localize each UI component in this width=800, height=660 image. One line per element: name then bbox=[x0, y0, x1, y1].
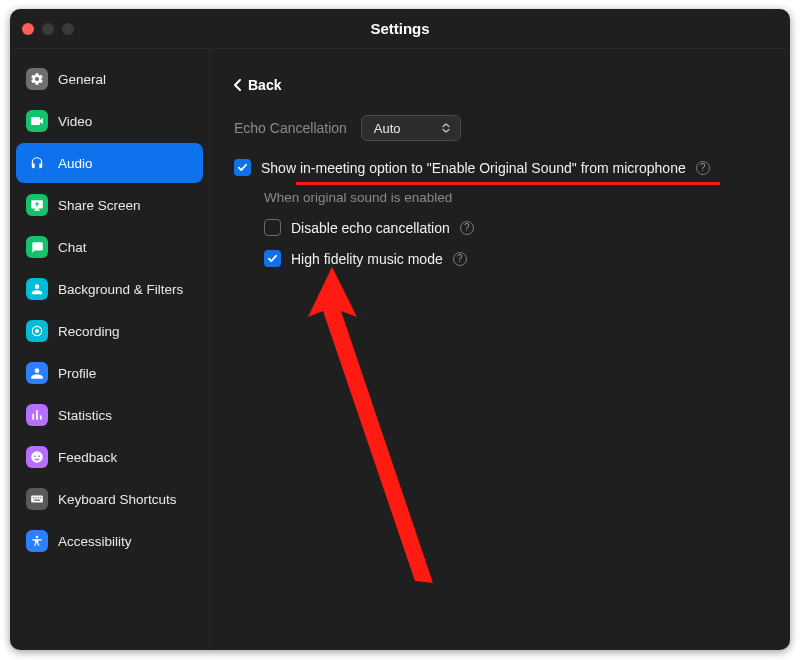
sidebar-item-label: Video bbox=[58, 114, 92, 129]
show-original-sound-label: Show in-meeting option to "Enable Origin… bbox=[261, 160, 686, 176]
minimize-window-button[interactable] bbox=[42, 23, 54, 35]
disable-echo-label: Disable echo cancellation bbox=[291, 220, 450, 236]
sidebar-item-accessibility[interactable]: Accessibility bbox=[16, 521, 203, 561]
window-controls bbox=[22, 23, 74, 35]
window-title: Settings bbox=[370, 20, 429, 37]
sidebar-item-label: Background & Filters bbox=[58, 282, 183, 297]
echo-cancellation-value: Auto bbox=[374, 121, 401, 136]
original-sound-subhead: When original sound is enabled bbox=[264, 190, 766, 205]
titlebar: Settings bbox=[10, 9, 790, 49]
help-icon[interactable]: ? bbox=[460, 221, 474, 235]
hifi-music-checkbox[interactable] bbox=[264, 250, 281, 267]
sidebar-item-statistics[interactable]: Statistics bbox=[16, 395, 203, 435]
sidebar-item-label: Profile bbox=[58, 366, 96, 381]
svg-rect-6 bbox=[40, 497, 41, 498]
svg-rect-7 bbox=[34, 500, 40, 501]
svg-point-8 bbox=[36, 536, 39, 539]
profile-icon bbox=[26, 362, 48, 384]
sidebar: GeneralVideoAudioShare ScreenChatBackgro… bbox=[10, 49, 210, 650]
disable-echo-row: Disable echo cancellation ? bbox=[264, 219, 766, 236]
sidebar-item-keyboard-shortcuts[interactable]: Keyboard Shortcuts bbox=[16, 479, 203, 519]
echo-cancellation-row: Echo Cancellation Auto bbox=[234, 115, 766, 141]
sidebar-item-label: Chat bbox=[58, 240, 87, 255]
disable-echo-checkbox[interactable] bbox=[264, 219, 281, 236]
headphones-icon bbox=[26, 152, 48, 174]
chevron-updown-icon bbox=[440, 122, 452, 134]
settings-window: Settings GeneralVideoAudioShare ScreenCh… bbox=[10, 9, 790, 650]
sidebar-item-feedback[interactable]: Feedback bbox=[16, 437, 203, 477]
help-icon[interactable]: ? bbox=[696, 161, 710, 175]
hifi-music-label: High fidelity music mode bbox=[291, 251, 443, 267]
keyboard-icon bbox=[26, 488, 48, 510]
chat-icon bbox=[26, 236, 48, 258]
close-window-button[interactable] bbox=[22, 23, 34, 35]
maximize-window-button[interactable] bbox=[62, 23, 74, 35]
sidebar-item-audio[interactable]: Audio bbox=[16, 143, 203, 183]
sidebar-item-share-screen[interactable]: Share Screen bbox=[16, 185, 203, 225]
sidebar-item-label: Feedback bbox=[58, 450, 117, 465]
background-icon bbox=[26, 278, 48, 300]
echo-cancellation-select[interactable]: Auto bbox=[361, 115, 461, 141]
check-icon bbox=[237, 162, 248, 173]
recording-icon bbox=[26, 320, 48, 342]
show-original-sound-row: Show in-meeting option to "Enable Origin… bbox=[234, 159, 766, 176]
svg-rect-4 bbox=[35, 497, 36, 498]
sidebar-item-label: Accessibility bbox=[58, 534, 132, 549]
video-icon bbox=[26, 110, 48, 132]
statistics-icon bbox=[26, 404, 48, 426]
share-screen-icon bbox=[26, 194, 48, 216]
sidebar-item-label: Recording bbox=[58, 324, 120, 339]
hifi-music-row: High fidelity music mode ? bbox=[264, 250, 766, 267]
sidebar-item-profile[interactable]: Profile bbox=[16, 353, 203, 393]
main-panel: Back Echo Cancellation Auto Show in-meet… bbox=[210, 49, 790, 650]
sidebar-item-label: Statistics bbox=[58, 408, 112, 423]
sidebar-item-label: Share Screen bbox=[58, 198, 141, 213]
sidebar-item-video[interactable]: Video bbox=[16, 101, 203, 141]
back-label: Back bbox=[248, 77, 281, 93]
echo-cancellation-label: Echo Cancellation bbox=[234, 120, 347, 136]
sidebar-item-label: Keyboard Shortcuts bbox=[58, 492, 177, 507]
sidebar-item-background-filters[interactable]: Background & Filters bbox=[16, 269, 203, 309]
check-icon bbox=[267, 253, 278, 264]
sidebar-item-chat[interactable]: Chat bbox=[16, 227, 203, 267]
accessibility-icon bbox=[26, 530, 48, 552]
sidebar-item-recording[interactable]: Recording bbox=[16, 311, 203, 351]
sidebar-item-label: General bbox=[58, 72, 106, 87]
content-area: GeneralVideoAudioShare ScreenChatBackgro… bbox=[10, 49, 790, 650]
svg-rect-5 bbox=[38, 497, 39, 498]
gear-icon bbox=[26, 68, 48, 90]
help-icon[interactable]: ? bbox=[453, 252, 467, 266]
svg-point-1 bbox=[35, 329, 39, 333]
back-button[interactable]: Back bbox=[234, 77, 281, 93]
feedback-icon bbox=[26, 446, 48, 468]
annotation-underline bbox=[296, 182, 720, 185]
svg-rect-2 bbox=[31, 496, 43, 503]
svg-rect-3 bbox=[33, 497, 34, 498]
show-original-sound-checkbox[interactable] bbox=[234, 159, 251, 176]
chevron-left-icon bbox=[234, 79, 242, 91]
sidebar-item-label: Audio bbox=[58, 156, 93, 171]
sidebar-item-general[interactable]: General bbox=[16, 59, 203, 99]
